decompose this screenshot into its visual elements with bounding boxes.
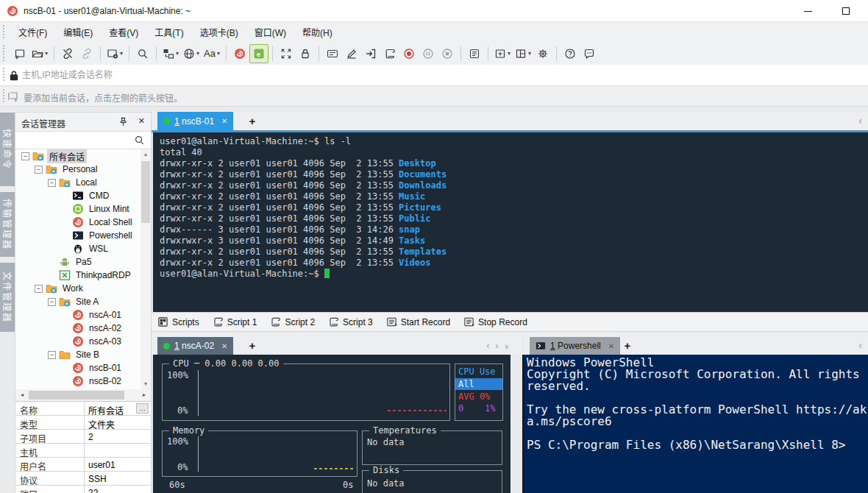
script-2-button[interactable]: Script 2 — [270, 316, 315, 327]
pin-icon[interactable] — [118, 116, 129, 127]
menubar-grip[interactable] — [3, 25, 5, 39]
collapse-icon[interactable]: − — [35, 166, 43, 174]
disconnect-button[interactable] — [58, 44, 77, 63]
collapse-icon[interactable]: − — [48, 298, 56, 306]
tree-item-personal[interactable]: −Personal — [15, 163, 140, 176]
menu-help[interactable]: 帮助(H) — [294, 23, 341, 41]
tree-item-pa5[interactable]: Pa5 — [15, 255, 140, 269]
tab-nscb-01[interactable]: 1 nscB-01 ✕ — [157, 112, 233, 130]
start-record-button[interactable]: Start Record — [386, 316, 450, 327]
properties-button[interactable] — [465, 44, 484, 63]
stop-record-button[interactable]: Stop Record — [463, 316, 527, 327]
tree-item-site-a[interactable]: −Site A — [15, 295, 140, 308]
maximize-button[interactable] — [830, 0, 862, 22]
new-tab-plus-button[interactable]: + — [246, 339, 259, 352]
settings-button[interactable] — [533, 44, 552, 63]
collapse-icon[interactable]: − — [21, 152, 29, 160]
sidebar-tab-quick-commands[interactable]: 快速命令 — [0, 113, 15, 186]
close-tab-icon[interactable]: ✕ — [221, 342, 227, 350]
cpu-legend-all[interactable]: All — [455, 378, 502, 390]
script-1-button[interactable]: Script 1 — [213, 316, 257, 327]
tab-menu-icon[interactable]: ∨ — [504, 343, 515, 350]
tree-item-local[interactable]: −Local — [15, 176, 140, 189]
pause-record-button[interactable] — [419, 44, 438, 63]
tile-layout-button[interactable]: ▾ — [513, 44, 533, 63]
tab-powershell[interactable]: 1 Powershell ✕ — [530, 337, 620, 355]
script-3-button[interactable]: Script 3 — [328, 316, 373, 327]
session-search-box[interactable] — [15, 132, 151, 149]
infobar-grip[interactable] — [3, 89, 5, 103]
tree-item-linux-mint[interactable]: Linux Mint — [15, 202, 140, 216]
scroll-down-icon[interactable]: ▾ — [140, 379, 151, 389]
menu-tools[interactable]: 工具(T) — [146, 23, 191, 41]
minimize-button[interactable] — [791, 0, 824, 22]
terminal-output[interactable]: user01@alan-Virtual-Machine:~$ ls -l tot… — [153, 132, 868, 312]
compose-bar-button[interactable] — [323, 44, 342, 63]
new-tab-plus-button[interactable]: + — [246, 115, 259, 128]
tree-item-nsca-03[interactable]: nscA-03 — [15, 335, 140, 348]
powershell-terminal[interactable]: Windows PowerShell Copyright (C) Microso… — [524, 355, 868, 493]
toolbar-grip[interactable] — [3, 45, 5, 62]
tree-vertical-scrollbar[interactable]: ▴ ▾ — [140, 149, 151, 389]
menu-tab[interactable]: 选项卡(B) — [192, 23, 246, 41]
tree-horizontal-scrollbar[interactable]: ◂ ▸ — [15, 389, 151, 401]
tree-item-nscb-02[interactable]: nscB-02 — [15, 375, 140, 388]
feedback-button[interactable] — [580, 44, 599, 63]
highlight-button[interactable] — [342, 44, 361, 63]
tree-item-wsl[interactable]: WSL — [15, 242, 140, 255]
sidebar-tab-file-manager[interactable]: 文件管理器 — [0, 263, 15, 332]
font-button[interactable]: Aa▾ — [202, 44, 222, 63]
xshell-button[interactable] — [230, 44, 249, 63]
open-session-button[interactable]: ▾ — [29, 44, 50, 63]
tree-item-powershell[interactable]: Powershell — [15, 229, 140, 242]
close-tab-icon[interactable]: ✕ — [221, 117, 227, 125]
more-button[interactable]: … — [136, 403, 149, 414]
tree-item-work[interactable]: −Work — [15, 282, 140, 295]
scroll-left-icon[interactable]: ◂ — [17, 389, 27, 401]
tree-item-cmd[interactable]: CMD — [15, 189, 140, 202]
stop-record-button[interactable] — [438, 44, 457, 63]
host-input[interactable] — [22, 67, 831, 83]
system-monitor-pane[interactable]: CPU ─ 0.00 0.00 0.00 100% 0% CPU Use All… — [153, 355, 511, 493]
fullscreen-button[interactable] — [277, 44, 296, 63]
tree-item-nsca-02[interactable]: nscA-02 — [15, 322, 140, 335]
tab-scroll-left-icon[interactable]: ‹ — [858, 115, 862, 127]
tab-scroll-left-icon[interactable]: ‹ — [486, 341, 495, 351]
new-session-button[interactable] — [10, 44, 29, 63]
close-panel-icon[interactable]: ✕ — [138, 116, 145, 126]
tree-item-local-shell[interactable]: Local Shell — [15, 216, 140, 229]
lock-screen-button[interactable] — [296, 44, 315, 63]
scrollbar-thumb[interactable] — [141, 161, 150, 223]
web-button[interactable]: ▾ — [181, 44, 202, 63]
menu-edit[interactable]: 编辑(E) — [55, 23, 101, 41]
menu-file[interactable]: 文件(F) — [10, 23, 55, 41]
tree-item-nscb-01[interactable]: nscB-01 — [15, 361, 140, 375]
scroll-right-icon[interactable]: ▸ — [139, 389, 149, 401]
tree-item-nsca-01[interactable]: nscA-01 — [15, 308, 140, 322]
collapse-icon[interactable]: − — [35, 285, 43, 293]
sidebar-tab-transfer-manager[interactable]: 传输管理器 — [0, 192, 15, 257]
tab-scroll-left-icon[interactable]: ‹ — [858, 339, 862, 351]
tree-item-all-sessions[interactable]: −所有会话 — [15, 149, 140, 163]
scrollbar-thumb[interactable] — [29, 391, 124, 400]
close-tab-icon[interactable]: ✕ — [608, 342, 614, 350]
menu-view[interactable]: 查看(V) — [101, 23, 146, 41]
tab-nsca-02[interactable]: 1 nscA-02 ✕ — [157, 337, 233, 355]
tree-item-site-b[interactable]: −Site B — [15, 348, 140, 361]
addressbar-grip[interactable] — [3, 68, 5, 82]
scripts-menu-button[interactable]: Scripts — [157, 316, 199, 327]
menu-window[interactable]: 窗口(W) — [246, 23, 294, 41]
scroll-up-icon[interactable]: ▴ — [140, 149, 151, 160]
tab-scroll-right-icon[interactable]: › — [495, 341, 504, 351]
file-transfer-button[interactable]: ▾ — [160, 44, 181, 63]
login-script-button[interactable] — [361, 44, 380, 63]
new-tab-plus-button[interactable]: + — [621, 339, 634, 352]
help-button[interactable] — [561, 44, 580, 63]
collapse-icon[interactable]: − — [48, 179, 56, 187]
xftp-button[interactable] — [249, 44, 268, 63]
new-window-button[interactable]: ▾ — [104, 44, 125, 63]
record-button[interactable] — [399, 44, 419, 63]
reconnect-button[interactable] — [77, 44, 96, 63]
collapse-icon[interactable]: − — [48, 351, 56, 359]
find-button[interactable] — [133, 44, 152, 63]
